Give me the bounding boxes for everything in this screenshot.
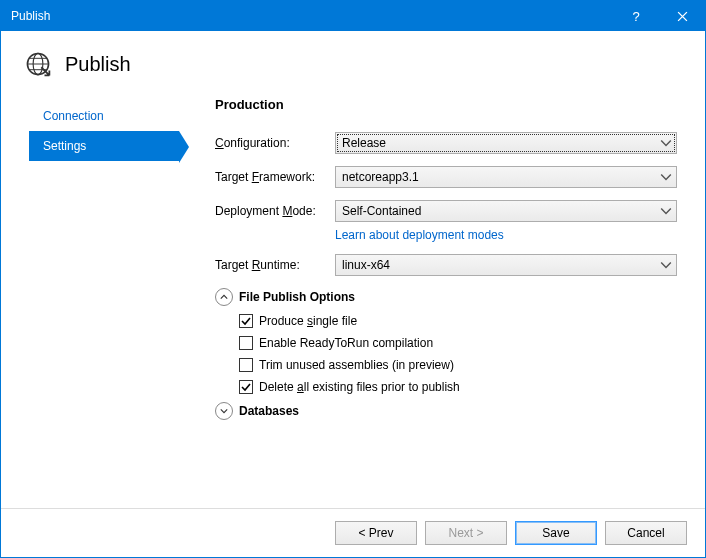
checkbox-label: Trim unused assemblies (in preview) [259,358,454,372]
combo-target-framework-value: netcoreapp3.1 [342,170,419,184]
section-title: Production [215,97,677,112]
save-button[interactable]: Save [515,521,597,545]
chevron-down-icon [660,171,672,183]
close-icon [677,11,688,22]
expander-file-publish-options[interactable]: File Publish Options [215,288,677,306]
help-button[interactable]: ? [613,1,659,31]
combo-deployment-mode[interactable]: Self-Contained [335,200,677,222]
combo-configuration-value: Release [342,136,386,150]
combo-target-runtime[interactable]: linux-x64 [335,254,677,276]
chevron-down-icon [660,137,672,149]
body: Connection Settings Production Configura… [1,83,705,508]
cancel-button-label: Cancel [627,526,664,540]
publish-dialog: Publish ? Publish Connection Settings Pr… [0,0,706,558]
row-deployment-link: Learn about deployment modes [335,228,677,242]
combo-target-runtime-value: linux-x64 [342,258,390,272]
combo-configuration[interactable]: Release [335,132,677,154]
globe-arrow-icon [25,51,51,77]
header: Publish [1,31,705,83]
combo-deployment-mode-value: Self-Contained [342,204,421,218]
nav-panel: Connection Settings [29,97,179,498]
checkbox-icon [239,336,253,350]
titlebar: Publish ? [1,1,705,31]
nav-item-connection[interactable]: Connection [29,101,179,131]
next-button: Next > [425,521,507,545]
label-configuration: Configuration: [215,136,335,150]
label-target-framework: Target Framework: [215,170,335,184]
chevron-up-icon [215,288,233,306]
prev-button[interactable]: < Prev [335,521,417,545]
cancel-button[interactable]: Cancel [605,521,687,545]
footer: < Prev Next > Save Cancel [1,508,705,557]
checkbox-label: Enable ReadyToRun compilation [259,336,433,350]
checkbox-trim-assemblies[interactable]: Trim unused assemblies (in preview) [239,358,677,372]
close-button[interactable] [659,1,705,31]
checkbox-delete-existing[interactable]: Delete all existing files prior to publi… [239,380,677,394]
checkbox-readytorun[interactable]: Enable ReadyToRun compilation [239,336,677,350]
row-target-framework: Target Framework: netcoreapp3.1 [215,166,677,188]
row-target-runtime: Target Runtime: linux-x64 [215,254,677,276]
row-configuration: Configuration: Release [215,132,677,154]
combo-target-framework[interactable]: netcoreapp3.1 [335,166,677,188]
nav-item-settings[interactable]: Settings [29,131,179,161]
chevron-down-icon [660,205,672,217]
chevron-down-icon [215,402,233,420]
chevron-down-icon [660,259,672,271]
window-title: Publish [11,9,50,23]
prev-button-label: < Prev [358,526,393,540]
content-panel: Production Configuration: Release Target… [179,97,677,498]
label-target-runtime: Target Runtime: [215,258,335,272]
checkbox-icon [239,358,253,372]
save-button-label: Save [542,526,569,540]
link-deployment-modes[interactable]: Learn about deployment modes [335,228,504,242]
checkbox-label: Produce single file [259,314,357,328]
checkbox-icon [239,380,253,394]
header-title: Publish [65,53,131,76]
label-deployment-mode: Deployment Mode: [215,204,335,218]
row-deployment-mode: Deployment Mode: Self-Contained [215,200,677,222]
expander-file-publish-label: File Publish Options [239,290,355,304]
next-button-label: Next > [448,526,483,540]
expander-databases-label: Databases [239,404,299,418]
checkbox-icon [239,314,253,328]
checkbox-label: Delete all existing files prior to publi… [259,380,460,394]
expander-databases[interactable]: Databases [215,402,677,420]
checkbox-produce-single-file[interactable]: Produce single file [239,314,677,328]
